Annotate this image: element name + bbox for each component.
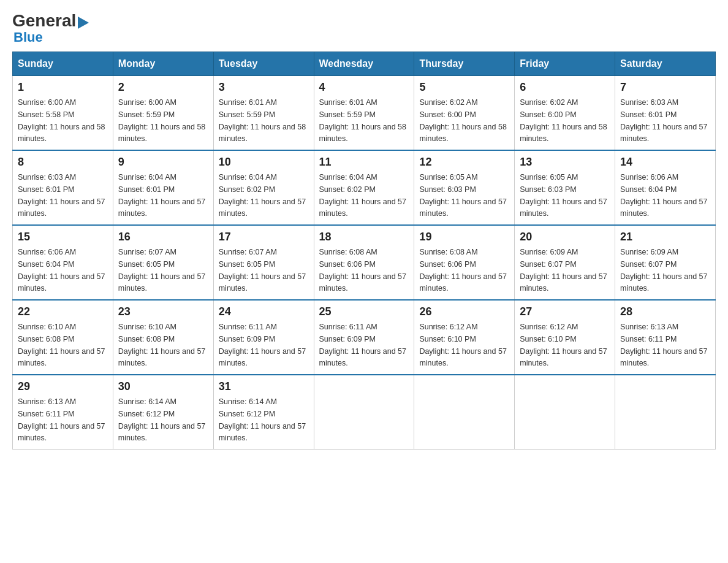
day-info: Sunrise: 6:08 AMSunset: 6:06 PMDaylight:… — [319, 248, 406, 293]
calendar-cell: 18 Sunrise: 6:08 AMSunset: 6:06 PMDaylig… — [314, 225, 414, 300]
day-number: 25 — [319, 305, 409, 318]
calendar-cell: 19 Sunrise: 6:08 AMSunset: 6:06 PMDaylig… — [414, 225, 515, 300]
weekday-header-sunday: Sunday — [13, 52, 113, 76]
calendar-week-row: 1 Sunrise: 6:00 AMSunset: 5:58 PMDayligh… — [13, 76, 716, 151]
day-number: 13 — [520, 156, 610, 169]
day-info: Sunrise: 6:01 AMSunset: 5:59 PMDaylight:… — [319, 98, 406, 143]
day-number: 8 — [18, 156, 108, 169]
calendar-cell: 7 Sunrise: 6:03 AMSunset: 6:01 PMDayligh… — [615, 76, 716, 151]
day-number: 29 — [18, 380, 108, 393]
day-number: 20 — [520, 231, 610, 243]
day-number: 7 — [620, 81, 710, 94]
day-number: 6 — [520, 81, 610, 94]
day-number: 24 — [219, 305, 309, 318]
day-number: 14 — [620, 156, 710, 169]
day-info: Sunrise: 6:05 AMSunset: 6:03 PMDaylight:… — [520, 173, 607, 218]
day-info: Sunrise: 6:13 AMSunset: 6:11 PMDaylight:… — [620, 323, 707, 367]
day-info: Sunrise: 6:00 AMSunset: 5:59 PMDaylight:… — [118, 98, 205, 143]
day-number: 18 — [319, 231, 409, 243]
calendar-cell: 30 Sunrise: 6:14 AMSunset: 6:12 PMDaylig… — [113, 375, 213, 450]
day-info: Sunrise: 6:04 AMSunset: 6:01 PMDaylight:… — [118, 173, 205, 218]
day-info: Sunrise: 6:14 AMSunset: 6:12 PMDaylight:… — [118, 397, 205, 442]
day-number: 12 — [419, 156, 509, 169]
page-header: General Blue — [12, 12, 716, 45]
calendar-cell: 9 Sunrise: 6:04 AMSunset: 6:01 PMDayligh… — [113, 150, 213, 225]
calendar-cell: 26 Sunrise: 6:12 AMSunset: 6:10 PMDaylig… — [414, 300, 515, 375]
calendar-cell — [414, 375, 515, 450]
day-info: Sunrise: 6:12 AMSunset: 6:10 PMDaylight:… — [520, 323, 607, 367]
calendar-cell: 28 Sunrise: 6:13 AMSunset: 6:11 PMDaylig… — [615, 300, 716, 375]
day-info: Sunrise: 6:07 AMSunset: 6:05 PMDaylight:… — [219, 248, 306, 293]
day-number: 17 — [219, 231, 309, 243]
day-info: Sunrise: 6:09 AMSunset: 6:07 PMDaylight:… — [520, 248, 607, 293]
calendar-cell: 17 Sunrise: 6:07 AMSunset: 6:05 PMDaylig… — [213, 225, 314, 300]
day-number: 11 — [319, 156, 409, 169]
calendar-cell: 15 Sunrise: 6:06 AMSunset: 6:04 PMDaylig… — [13, 225, 113, 300]
calendar-cell: 8 Sunrise: 6:03 AMSunset: 6:01 PMDayligh… — [13, 150, 113, 225]
calendar-cell: 13 Sunrise: 6:05 AMSunset: 6:03 PMDaylig… — [515, 150, 615, 225]
day-info: Sunrise: 6:02 AMSunset: 6:00 PMDaylight:… — [520, 98, 607, 143]
day-number: 5 — [419, 81, 509, 94]
calendar-cell: 22 Sunrise: 6:10 AMSunset: 6:08 PMDaylig… — [13, 300, 113, 375]
calendar-cell: 10 Sunrise: 6:04 AMSunset: 6:02 PMDaylig… — [213, 150, 314, 225]
day-info: Sunrise: 6:06 AMSunset: 6:04 PMDaylight:… — [620, 173, 707, 218]
calendar-cell: 12 Sunrise: 6:05 AMSunset: 6:03 PMDaylig… — [414, 150, 515, 225]
calendar-table: SundayMondayTuesdayWednesdayThursdayFrid… — [12, 52, 716, 450]
calendar-cell: 2 Sunrise: 6:00 AMSunset: 5:59 PMDayligh… — [113, 76, 213, 151]
day-info: Sunrise: 6:09 AMSunset: 6:07 PMDaylight:… — [620, 248, 707, 293]
day-info: Sunrise: 6:10 AMSunset: 6:08 PMDaylight:… — [118, 323, 205, 367]
logo-blue-text: Blue — [13, 29, 89, 45]
day-info: Sunrise: 6:13 AMSunset: 6:11 PMDaylight:… — [18, 397, 105, 442]
day-info: Sunrise: 6:03 AMSunset: 6:01 PMDaylight:… — [18, 173, 105, 218]
calendar-week-row: 15 Sunrise: 6:06 AMSunset: 6:04 PMDaylig… — [13, 225, 716, 300]
day-info: Sunrise: 6:03 AMSunset: 6:01 PMDaylight:… — [620, 98, 707, 143]
day-info: Sunrise: 6:12 AMSunset: 6:10 PMDaylight:… — [419, 323, 506, 367]
day-info: Sunrise: 6:08 AMSunset: 6:06 PMDaylight:… — [419, 248, 506, 293]
day-info: Sunrise: 6:07 AMSunset: 6:05 PMDaylight:… — [118, 248, 205, 293]
calendar-week-row: 29 Sunrise: 6:13 AMSunset: 6:11 PMDaylig… — [13, 375, 716, 450]
calendar-cell: 16 Sunrise: 6:07 AMSunset: 6:05 PMDaylig… — [113, 225, 213, 300]
day-number: 22 — [18, 305, 108, 318]
day-number: 27 — [520, 305, 610, 318]
calendar-week-row: 8 Sunrise: 6:03 AMSunset: 6:01 PMDayligh… — [13, 150, 716, 225]
calendar-cell: 4 Sunrise: 6:01 AMSunset: 5:59 PMDayligh… — [314, 76, 414, 151]
weekday-header-friday: Friday — [515, 52, 615, 76]
day-number: 9 — [118, 156, 208, 169]
day-number: 31 — [219, 380, 309, 393]
day-info: Sunrise: 6:00 AMSunset: 5:58 PMDaylight:… — [18, 98, 105, 143]
day-number: 23 — [118, 305, 208, 318]
day-info: Sunrise: 6:14 AMSunset: 6:12 PMDaylight:… — [219, 397, 306, 442]
calendar-cell: 21 Sunrise: 6:09 AMSunset: 6:07 PMDaylig… — [615, 225, 716, 300]
day-number: 15 — [18, 231, 108, 243]
day-info: Sunrise: 6:04 AMSunset: 6:02 PMDaylight:… — [219, 173, 306, 218]
day-number: 3 — [219, 81, 309, 94]
weekday-header-wednesday: Wednesday — [314, 52, 414, 76]
calendar-cell: 6 Sunrise: 6:02 AMSunset: 6:00 PMDayligh… — [515, 76, 615, 151]
day-info: Sunrise: 6:11 AMSunset: 6:09 PMDaylight:… — [319, 323, 406, 367]
weekday-header-saturday: Saturday — [615, 52, 716, 76]
logo: General Blue — [12, 12, 89, 45]
day-number: 28 — [620, 305, 710, 318]
calendar-cell: 29 Sunrise: 6:13 AMSunset: 6:11 PMDaylig… — [13, 375, 113, 450]
day-number: 21 — [620, 231, 710, 243]
day-info: Sunrise: 6:10 AMSunset: 6:08 PMDaylight:… — [18, 323, 105, 367]
logo-arrow-icon — [78, 17, 89, 29]
calendar-cell: 23 Sunrise: 6:10 AMSunset: 6:08 PMDaylig… — [113, 300, 213, 375]
calendar-cell: 11 Sunrise: 6:04 AMSunset: 6:02 PMDaylig… — [314, 150, 414, 225]
calendar-cell: 24 Sunrise: 6:11 AMSunset: 6:09 PMDaylig… — [213, 300, 314, 375]
calendar-cell: 20 Sunrise: 6:09 AMSunset: 6:07 PMDaylig… — [515, 225, 615, 300]
day-number: 16 — [118, 231, 208, 243]
day-number: 4 — [319, 81, 409, 94]
calendar-cell: 14 Sunrise: 6:06 AMSunset: 6:04 PMDaylig… — [615, 150, 716, 225]
day-number: 30 — [118, 380, 208, 393]
weekday-header-tuesday: Tuesday — [213, 52, 314, 76]
day-info: Sunrise: 6:05 AMSunset: 6:03 PMDaylight:… — [419, 173, 506, 218]
day-number: 1 — [18, 81, 108, 94]
calendar-cell: 1 Sunrise: 6:00 AMSunset: 5:58 PMDayligh… — [13, 76, 113, 151]
calendar-cell: 27 Sunrise: 6:12 AMSunset: 6:10 PMDaylig… — [515, 300, 615, 375]
day-number: 10 — [219, 156, 309, 169]
day-number: 19 — [419, 231, 509, 243]
calendar-cell — [515, 375, 615, 450]
day-info: Sunrise: 6:11 AMSunset: 6:09 PMDaylight:… — [219, 323, 306, 367]
calendar-cell — [615, 375, 716, 450]
